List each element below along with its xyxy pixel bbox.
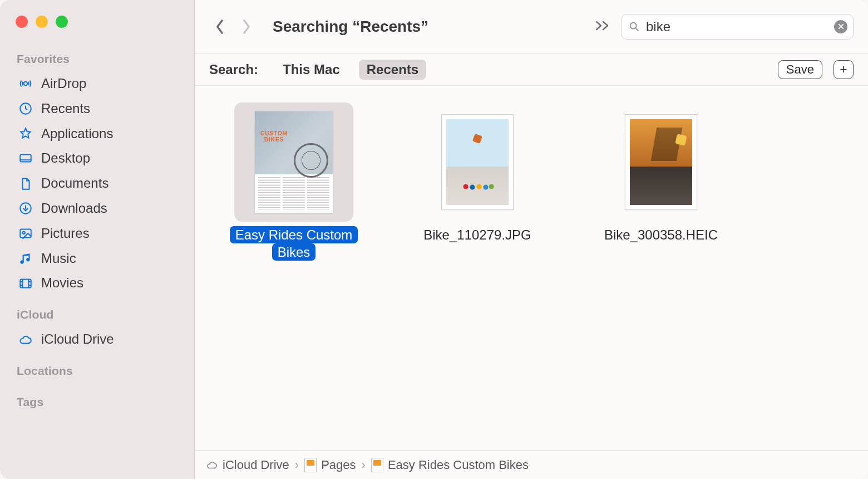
forward-button[interactable] <box>236 14 257 39</box>
photo-thumbnail <box>441 114 514 210</box>
chevron-right-icon: › <box>362 458 366 472</box>
file-label: Easy Rides Custom Bikes <box>221 226 366 261</box>
cloud-icon <box>18 332 33 348</box>
sidebar-item-label: Movies <box>41 275 83 291</box>
pages-document-icon <box>371 458 383 472</box>
path-bar: iCloud Drive › Pages › Easy Rides Custom… <box>195 450 868 479</box>
file-label: Bike_110279.JPG <box>423 226 531 243</box>
window-controls <box>16 16 183 28</box>
sidebar-section-favorites: Favorites <box>17 52 179 66</box>
zoom-window-button[interactable] <box>56 16 68 28</box>
path-segment-pages[interactable]: Pages <box>304 458 356 472</box>
close-window-button[interactable] <box>16 16 28 28</box>
sidebar-item-recents[interactable]: Recents <box>12 96 183 121</box>
sidebar-item-pictures[interactable]: Pictures <box>12 221 183 246</box>
applications-icon <box>18 126 33 141</box>
scope-option-this-mac[interactable]: This Mac <box>275 60 348 80</box>
path-segment-label: Pages <box>321 458 356 472</box>
path-segment-file[interactable]: Easy Rides Custom Bikes <box>371 458 529 472</box>
document-thumbnail: CUSTOM BIKES <box>254 111 333 213</box>
sidebar-item-label: Applications <box>41 126 113 142</box>
doc-thumb-title-2: BIKES <box>264 136 284 143</box>
file-thumbnail <box>418 102 537 222</box>
svg-point-5 <box>23 232 25 234</box>
movies-icon <box>18 276 33 291</box>
desktop-icon <box>18 151 33 167</box>
window-title: Searching “Recents” <box>273 18 428 36</box>
file-thumbnail <box>601 102 721 222</box>
pictures-icon <box>18 226 33 241</box>
chevron-right-icon: › <box>295 458 299 472</box>
add-search-criteria-button[interactable]: + <box>834 60 854 79</box>
sidebar-item-label: Desktop <box>41 150 90 167</box>
main-area: Searching “Recents” Search: This Mac Rec… <box>195 0 868 479</box>
sidebar-item-movies[interactable]: Movies <box>12 271 183 296</box>
sidebar-item-icloud-drive[interactable]: iCloud Drive <box>12 327 183 352</box>
sidebar-item-label: Pictures <box>41 226 90 242</box>
sidebar-item-downloads[interactable]: Downloads <box>12 196 183 221</box>
sidebar-item-label: iCloud Drive <box>41 331 114 348</box>
sidebar-item-label: AirDrop <box>41 76 86 92</box>
search-input[interactable] <box>646 19 828 35</box>
pages-folder-icon <box>304 458 317 472</box>
file-item-bike-300358[interactable]: Bike_300358.HEIC <box>589 102 733 243</box>
downloads-icon <box>18 201 33 216</box>
cloud-icon <box>206 459 218 471</box>
music-icon <box>18 251 33 266</box>
sidebar-item-label: Recents <box>41 101 90 117</box>
sidebar-item-airdrop[interactable]: AirDrop <box>12 71 183 96</box>
results-grid: CUSTOM BIKES Easy Rides Custom Bikes Bi <box>195 86 868 450</box>
path-segment-label: Easy Rides Custom Bikes <box>388 458 529 472</box>
svg-rect-2 <box>20 154 31 162</box>
minimize-window-button[interactable] <box>36 16 48 28</box>
path-segment-icloud-drive[interactable]: iCloud Drive <box>206 458 289 472</box>
finder-window: Favorites AirDrop Recents Applications D… <box>0 0 868 479</box>
sidebar-item-documents[interactable]: Documents <box>12 171 183 196</box>
svg-point-7 <box>630 22 637 28</box>
back-button[interactable] <box>209 14 230 39</box>
file-item-bike-110279[interactable]: Bike_110279.JPG <box>405 102 550 243</box>
path-segment-label: iCloud Drive <box>223 458 289 472</box>
save-search-button[interactable]: Save <box>778 60 822 79</box>
photo-thumbnail <box>625 114 697 210</box>
svg-rect-6 <box>20 279 31 287</box>
toolbar: Searching “Recents” <box>195 0 868 53</box>
search-icon <box>628 21 640 33</box>
sidebar-section-locations: Locations <box>17 364 179 378</box>
sidebar-item-label: Music <box>41 251 76 267</box>
file-item-easy-rides[interactable]: CUSTOM BIKES Easy Rides Custom Bikes <box>221 102 366 261</box>
airdrop-icon <box>18 76 33 91</box>
file-label: Bike_300358.HEIC <box>604 226 718 243</box>
sidebar-section-icloud: iCloud <box>17 308 179 321</box>
document-icon <box>18 176 33 192</box>
sidebar-item-music[interactable]: Music <box>12 246 183 271</box>
sidebar: Favorites AirDrop Recents Applications D… <box>0 0 195 479</box>
scope-label: Search: <box>209 62 258 77</box>
sidebar-item-label: Downloads <box>41 201 107 217</box>
sidebar-item-desktop[interactable]: Desktop <box>12 146 183 171</box>
search-field[interactable] <box>621 14 854 40</box>
sidebar-item-applications[interactable]: Applications <box>12 121 183 146</box>
sidebar-item-label: Documents <box>41 175 108 192</box>
doc-thumb-title-1: CUSTOM <box>260 130 288 136</box>
clock-icon <box>18 101 33 116</box>
toolbar-overflow-button[interactable] <box>594 18 611 35</box>
scope-option-recents[interactable]: Recents <box>359 60 426 80</box>
file-thumbnail: CUSTOM BIKES <box>234 102 353 222</box>
search-scope-bar: Search: This Mac Recents Save + <box>195 53 868 86</box>
svg-point-0 <box>24 82 28 86</box>
sidebar-section-tags: Tags <box>17 395 179 409</box>
clear-search-button[interactable] <box>834 20 847 33</box>
